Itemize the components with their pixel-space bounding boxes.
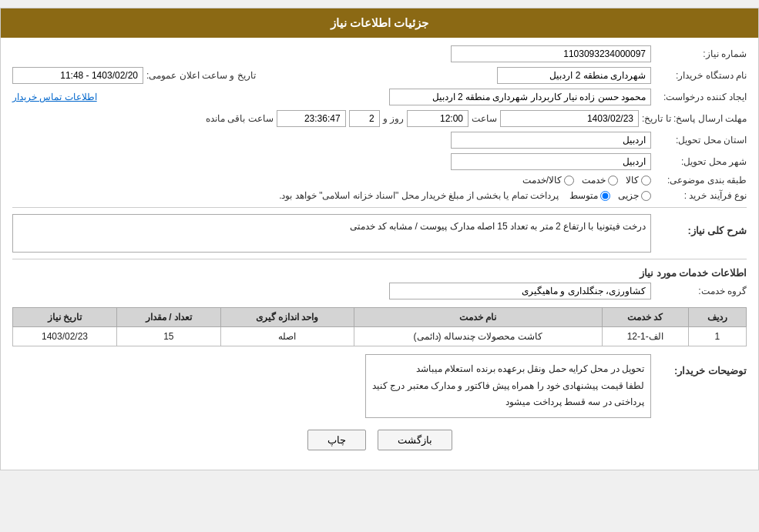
- purchase-type-radio-group: جزیی متوسط: [569, 190, 651, 201]
- page-title: جزئیات اطلاعات نیاز: [1, 8, 758, 38]
- response-remaining-label: ساعت باقی مانده: [206, 113, 274, 124]
- reference-number-label: شماره نیاز:: [654, 49, 747, 59]
- cell-row: 1: [688, 327, 746, 346]
- need-desc-box: درخت فیتونیا با ارتفاع 2 متر به تعداد 15…: [12, 214, 651, 253]
- reference-number-input[interactable]: [451, 45, 651, 62]
- province-input[interactable]: [451, 132, 651, 149]
- category-kala-label: کالا: [626, 175, 639, 186]
- cell-code: الف-1-12: [602, 327, 688, 346]
- response-time-label: ساعت: [472, 113, 497, 124]
- table-row: 1الف-1-12کاشت محصولات چندساله (دائمی)اصل…: [13, 327, 747, 346]
- service-group-input[interactable]: [389, 283, 651, 299]
- city-label: شهر محل تحویل:: [654, 156, 747, 167]
- services-table: ردیف کد خدمت نام خدمت واحد اندازه گیری ت…: [12, 307, 747, 346]
- purchase-type-label: نوع فرآیند خرید :: [654, 190, 747, 201]
- province-label: استان محل تحویل:: [654, 135, 747, 146]
- purchase-motavasset-option[interactable]: متوسط: [569, 190, 610, 201]
- print-button[interactable]: چاپ: [307, 430, 366, 450]
- category-khedmat-label: خدمت: [582, 175, 606, 186]
- contact-link[interactable]: اطلاعات تماس خریدار: [12, 92, 97, 102]
- category-kala-option[interactable]: کالا: [626, 175, 651, 186]
- date-announce-label: تاریخ و ساعت اعلان عمومی:: [146, 70, 256, 81]
- category-label: طبقه بندی موضوعی:: [654, 175, 747, 186]
- category-khedmat-radio[interactable]: [608, 176, 618, 186]
- response-days-label: روز و: [383, 113, 404, 124]
- buyer-notes-label: توضیحات خریدار:: [654, 362, 747, 376]
- services-section-label: اطلاعات خدمات مورد نیاز: [12, 267, 747, 279]
- purchase-type-desc: پرداخت تمام یا بخشی از مبلغ خریدار محل "…: [12, 190, 566, 201]
- category-khedmat-option[interactable]: خدمت: [582, 175, 618, 186]
- buyer-notes-box: تحویل در محل کرایه حمل ونقل برعهده برنده…: [365, 354, 651, 418]
- purchase-motavasset-radio[interactable]: [600, 191, 610, 201]
- response-days-input[interactable]: [349, 110, 380, 127]
- category-kala-khedmat-option[interactable]: کالا/خدمت: [522, 175, 574, 186]
- creator-label: ایجاد کننده درخواست:: [654, 92, 747, 102]
- cell-unit: اصله: [220, 327, 354, 346]
- cell-quantity: 15: [116, 327, 220, 346]
- cell-date: 1403/02/23: [13, 327, 117, 346]
- category-kala-khedmat-radio[interactable]: [564, 176, 574, 186]
- category-kala-khedmat-label: کالا/خدمت: [522, 175, 562, 186]
- requester-org-input[interactable]: [497, 67, 651, 84]
- purchase-motavasset-label: متوسط: [569, 190, 598, 201]
- purchase-jozyi-label: جزیی: [618, 190, 639, 201]
- city-input[interactable]: [451, 153, 651, 170]
- bottom-buttons: بازگشت چاپ: [12, 430, 747, 450]
- col-unit: واحد اندازه گیری: [220, 308, 354, 327]
- requester-org-label: نام دستگاه خریدار:: [654, 70, 747, 81]
- cell-name: کاشت محصولات چندساله (دائمی): [354, 327, 602, 346]
- need-desc-label: شرح کلی نیاز:: [654, 222, 747, 236]
- services-table-section: ردیف کد خدمت نام خدمت واحد اندازه گیری ت…: [12, 307, 747, 346]
- response-date-input[interactable]: [500, 110, 639, 127]
- service-group-label: گروه خدمت:: [654, 286, 747, 296]
- category-radio-group: کالا خدمت کالا/خدمت: [522, 175, 651, 186]
- col-row: ردیف: [688, 308, 746, 327]
- response-remaining-input[interactable]: [277, 110, 346, 127]
- col-qty: تعداد / مقدار: [116, 308, 220, 327]
- response-date-label: مهلت ارسال پاسخ: تا تاریخ:: [642, 113, 747, 124]
- category-kala-radio[interactable]: [641, 176, 651, 186]
- creator-input[interactable]: [389, 89, 651, 105]
- col-code: کد خدمت: [602, 308, 688, 327]
- col-date: تاریخ نیاز: [13, 308, 117, 327]
- response-time-input[interactable]: [407, 110, 468, 127]
- back-button[interactable]: بازگشت: [378, 430, 452, 450]
- col-name: نام خدمت: [354, 308, 602, 327]
- date-announce-input[interactable]: [12, 67, 143, 84]
- purchase-jozyi-radio[interactable]: [641, 191, 651, 201]
- purchase-jozyi-option[interactable]: جزیی: [618, 190, 651, 201]
